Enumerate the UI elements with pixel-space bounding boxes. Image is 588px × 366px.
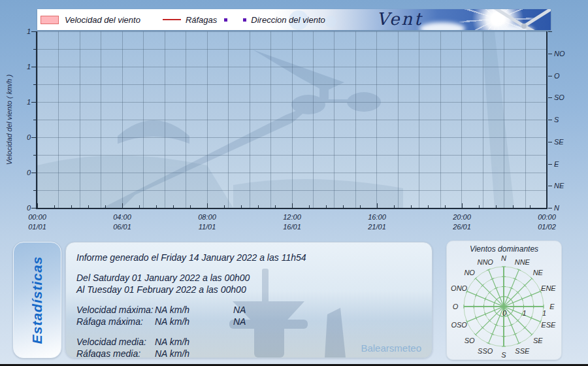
header-banner: Velocidad del viento Ráfagas Direccion d… bbox=[37, 9, 551, 30]
x-tick bbox=[377, 203, 378, 208]
x-tick bbox=[173, 205, 174, 208]
x-tick bbox=[258, 205, 259, 208]
x-tick-date: 16/01 bbox=[283, 222, 301, 232]
x-tick-date: 21/01 bbox=[368, 222, 386, 232]
y-left-tick-label: 0 bbox=[5, 133, 31, 142]
gusts-marker-swatch bbox=[224, 18, 227, 22]
y-right-tick bbox=[548, 76, 552, 76]
x-tick bbox=[88, 205, 89, 208]
gusts-line-swatch bbox=[163, 19, 181, 20]
wind-rose-scale-label: 1 bbox=[542, 309, 546, 317]
statistics-tab-label: Estadísticas bbox=[29, 256, 45, 344]
stat-extra: NA bbox=[233, 304, 246, 316]
x-tick bbox=[513, 205, 514, 208]
dominant-winds-panel: Vientos dominantes NNNENEENEEESESESSESSS… bbox=[446, 241, 562, 360]
y-right-tick-label: O bbox=[554, 71, 560, 80]
y-right-tick-label: SO bbox=[554, 93, 564, 102]
x-tick bbox=[275, 205, 276, 208]
x-tick bbox=[156, 205, 157, 208]
x-tick bbox=[428, 205, 429, 208]
y-left-tick bbox=[33, 190, 36, 191]
y-left-tick bbox=[31, 102, 36, 103]
wind-rose-direction-label: NNO bbox=[477, 258, 493, 266]
x-tick bbox=[326, 205, 327, 208]
x-tick bbox=[71, 205, 72, 208]
statistics-tab[interactable]: Estadísticas bbox=[13, 242, 61, 358]
x-tick bbox=[241, 205, 242, 208]
stat-label: Velocidad máxima: bbox=[76, 304, 155, 316]
y-right-tick bbox=[548, 208, 552, 208]
x-tick-time: 04:00 bbox=[113, 212, 131, 222]
x-tick bbox=[462, 203, 463, 208]
wind-rose-direction-label: ENE bbox=[541, 284, 556, 292]
y-right-tick-label: S bbox=[554, 115, 559, 124]
x-tick-date: 01/01 bbox=[28, 222, 46, 232]
y-left-tick bbox=[33, 155, 36, 156]
y-left-tick bbox=[33, 120, 36, 120]
stat-row-max-speed: Velocidad máxima: NA km/h NA bbox=[76, 304, 306, 316]
x-tick-time: 20:00 bbox=[453, 212, 471, 222]
wind-rose-direction-label: NO bbox=[464, 269, 475, 276]
statistics-text: Informe generado el Friday 14 January 20… bbox=[76, 252, 306, 358]
wind-direction-square-swatch bbox=[243, 18, 246, 22]
y-axis-right-line bbox=[546, 31, 547, 209]
stat-label: Ráfaga máxima: bbox=[76, 316, 155, 327]
wind-speed-area-swatch bbox=[41, 16, 59, 24]
chart-legend: Velocidad del viento Ráfagas Direccion d… bbox=[41, 9, 325, 30]
lens-flare bbox=[325, 16, 336, 27]
y-right-tick-label: SE bbox=[554, 137, 564, 146]
wind-rose-direction-label: ONO bbox=[451, 284, 468, 292]
x-tick-label: 08:0011/01 bbox=[198, 212, 216, 232]
y-left-tick-label: 1 bbox=[5, 62, 31, 71]
x-tick-label: 20:0026/01 bbox=[453, 212, 471, 232]
y-left-tick bbox=[31, 137, 36, 138]
stat-row-max-gust: Ráfaga máxima: NA km/h NA bbox=[76, 316, 306, 327]
x-tick bbox=[530, 205, 531, 208]
wind-rose-scale-label: 1 bbox=[523, 309, 527, 317]
x-tick bbox=[411, 205, 412, 208]
x-tick bbox=[139, 205, 140, 208]
y-right-tick bbox=[548, 31, 552, 32]
wind-rose-direction-label: ESE bbox=[541, 321, 556, 329]
y-right-tick bbox=[548, 54, 552, 54]
y-left-tick bbox=[31, 173, 36, 173]
x-tick bbox=[37, 203, 38, 208]
y-left-tick-label: 0 bbox=[5, 168, 31, 177]
y-left-tick bbox=[33, 49, 36, 50]
x-tick bbox=[292, 203, 293, 208]
stat-row-mean-speed: Velocidad media: NA km/h bbox=[76, 336, 306, 348]
wind-rose-direction-label: SE bbox=[533, 337, 543, 344]
balearsmeteo-watermark: Balearsmeteo bbox=[361, 342, 421, 354]
x-tick-time: 16:00 bbox=[368, 212, 386, 222]
y-right-tick bbox=[548, 120, 552, 120]
wind-rose-direction-label: O bbox=[453, 303, 459, 310]
legend-label-wind-speed: Velocidad del viento bbox=[65, 15, 140, 25]
report-generated-line: Informe generado el Friday 14 January 20… bbox=[76, 252, 306, 263]
y-right-tick-label: NO bbox=[554, 49, 565, 58]
x-tick-time: 00:00 bbox=[538, 212, 556, 222]
y-left-tick bbox=[31, 31, 36, 32]
x-tick bbox=[54, 205, 55, 208]
stat-extra: NA bbox=[233, 316, 246, 327]
wind-rose-scale-label: 0 bbox=[502, 309, 507, 317]
x-tick bbox=[445, 205, 446, 208]
x-tick-label: 00:0001/01 bbox=[28, 212, 46, 232]
y-left-tick-label: 0 bbox=[5, 203, 31, 212]
wind-rose-chart: NNNENEENEEESESESSESSSOSOOSOOONONONNO011 bbox=[447, 250, 561, 358]
x-tick bbox=[394, 205, 395, 208]
x-tick-time: 08:00 bbox=[198, 212, 216, 222]
stat-value: NA km/h bbox=[155, 316, 233, 327]
x-tick bbox=[190, 205, 191, 208]
x-axis-line bbox=[36, 208, 547, 209]
x-tick-time: 00:00 bbox=[28, 212, 46, 222]
y-right-tick-label: N bbox=[554, 203, 559, 212]
y-left-tick bbox=[31, 208, 36, 208]
chart-plot-area bbox=[37, 31, 547, 208]
wind-rose-direction-label: E bbox=[549, 303, 555, 310]
x-tick-date: 11/01 bbox=[198, 222, 216, 232]
wind-report-page: Velocidad del viento Ráfagas Direccion d… bbox=[0, 0, 588, 366]
wind-rose-direction-label: SSO bbox=[478, 347, 493, 355]
wind-rose-direction-label: S bbox=[501, 351, 506, 358]
x-tick bbox=[207, 203, 208, 208]
x-tick bbox=[479, 205, 480, 208]
